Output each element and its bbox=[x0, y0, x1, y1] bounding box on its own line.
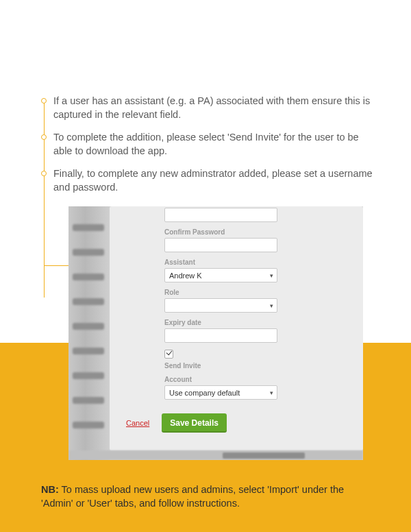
assistant-value: Andrew K bbox=[169, 271, 202, 280]
blurred-footer bbox=[68, 450, 363, 460]
bullet-icon bbox=[41, 171, 47, 176]
chevron-down-icon: ▾ bbox=[270, 302, 273, 309]
confirm-password-label: Confirm Password bbox=[164, 228, 342, 236]
chevron-down-icon: ▾ bbox=[270, 389, 273, 396]
save-button[interactable]: Save Details bbox=[162, 413, 227, 433]
screenshot-panel: Confirm Password Assistant Andrew K ▾ Ro… bbox=[68, 206, 363, 460]
form-footer: Cancel Save Details bbox=[126, 413, 227, 433]
expiry-label: Expiry date bbox=[164, 319, 342, 326]
account-select[interactable]: Use company default ▾ bbox=[164, 385, 277, 400]
expiry-field[interactable] bbox=[164, 328, 277, 343]
bullet-icon bbox=[41, 134, 47, 140]
user-form: Confirm Password Assistant Andrew K ▾ Ro… bbox=[164, 208, 342, 400]
cancel-button[interactable]: Cancel bbox=[126, 419, 149, 427]
account-label: Account bbox=[164, 376, 342, 383]
blurred-text bbox=[223, 452, 305, 459]
chevron-down-icon: ▾ bbox=[270, 272, 273, 279]
list-item: Finally, to complete any new adminstrato… bbox=[41, 167, 378, 194]
form-panel: Confirm Password Assistant Andrew K ▾ Ro… bbox=[110, 206, 363, 450]
instruction-list: If a user has an assistant (e.g. a PA) a… bbox=[41, 95, 378, 204]
list-item: If a user has an assistant (e.g. a PA) a… bbox=[41, 95, 378, 121]
blurred-row bbox=[73, 422, 104, 428]
nb-prefix: NB: bbox=[41, 484, 59, 495]
nb-text: To mass upload new users and admins, sel… bbox=[41, 484, 344, 509]
role-label: Role bbox=[164, 289, 342, 296]
blurred-row bbox=[73, 224, 104, 231]
blurred-row bbox=[73, 274, 104, 280]
role-select[interactable]: ▾ bbox=[164, 298, 277, 313]
blurred-row bbox=[73, 323, 104, 330]
confirm-password-field[interactable] bbox=[164, 238, 277, 252]
list-item: To complete the addition, please select … bbox=[41, 131, 378, 158]
nb-note: NB: To mass upload new users and admins,… bbox=[41, 483, 377, 511]
blurred-row bbox=[73, 348, 104, 354]
bullet-text: To complete the addition, please select … bbox=[53, 131, 378, 158]
blurred-row bbox=[73, 298, 104, 305]
assistant-label: Assistant bbox=[164, 258, 342, 266]
bullet-text: Finally, to complete any new adminstrato… bbox=[53, 167, 378, 194]
bullet-icon bbox=[41, 98, 47, 104]
account-value: Use company default bbox=[169, 389, 240, 397]
assistant-select[interactable]: Andrew K ▾ bbox=[164, 268, 277, 282]
bullet-text: If a user has an assistant (e.g. a PA) a… bbox=[53, 95, 378, 121]
send-invite-checkbox[interactable] bbox=[164, 350, 173, 359]
blank-input[interactable] bbox=[164, 208, 277, 222]
blurred-sidebar bbox=[68, 206, 110, 460]
send-invite-label: Send Invite bbox=[164, 362, 342, 370]
blurred-row bbox=[73, 372, 104, 379]
blurred-row bbox=[73, 249, 104, 256]
blurred-row bbox=[73, 397, 104, 404]
